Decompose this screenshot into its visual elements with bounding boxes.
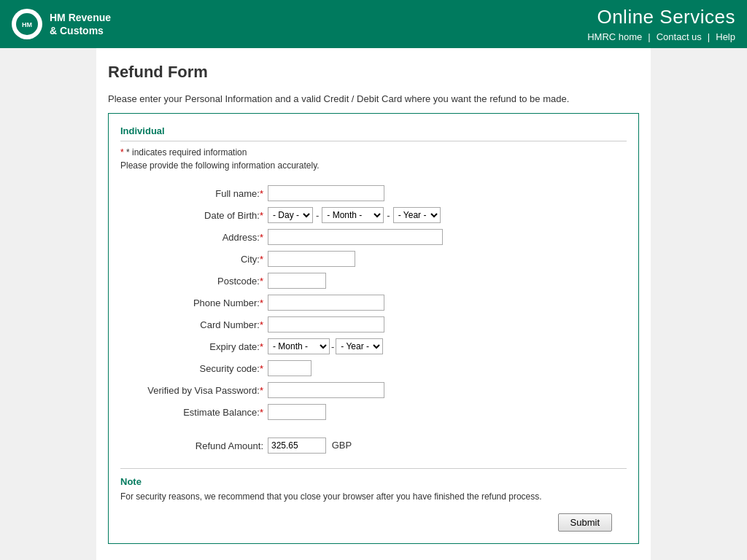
submit-button[interactable]: Submit [558,513,612,532]
submit-row: Submit [120,513,627,532]
hmrc-logo-icon: HM [12,9,42,39]
nav-home-link[interactable]: HMRC home [587,31,642,42]
postcode-required: * [260,276,263,287]
expiry-year-select[interactable]: - Year -2024202520262027202820292030 [336,338,383,354]
phone-row: Phone Number:* [120,292,627,314]
visa-input[interactable] [268,382,384,398]
phone-required: * [260,298,263,308]
nav-contact-link[interactable]: Contact us [657,31,702,42]
page-header: HM HM Revenue & Customs Online Services … [0,0,747,48]
postcode-input[interactable] [268,273,326,289]
svg-text:HM: HM [22,21,32,28]
card-input[interactable] [268,316,384,332]
required-note: * * indicates required information [120,147,627,158]
dob-day-select[interactable]: - Day -123456789101112131415161718192021… [268,207,313,223]
phone-input[interactable] [268,295,384,311]
refund-input[interactable] [268,438,326,454]
security-label: Security code:* [120,357,266,379]
address-input[interactable] [268,229,443,245]
intro-text: Please enter your Personal Information a… [108,93,639,104]
refund-currency: GBP [332,440,352,451]
form-table: Full name:* Date of Birth:* - Day -12345… [120,182,627,456]
dob-month-select[interactable]: - Month -JanuaryFebruaryMarchAprilMayJun… [322,207,384,223]
expiry-group: - Month -JanuaryFebruaryMarchAprilMayJun… [268,338,624,354]
city-row: City:* [120,248,627,270]
accurate-note: Please provide the following information… [120,160,627,171]
dob-group: - Day -123456789101112131415161718192021… [268,207,624,223]
main-content: Refund Form Please enter your Personal I… [96,48,651,560]
page-title: Refund Form [108,63,639,82]
postcode-row: Postcode:* [120,270,627,292]
note-title: Note [120,476,627,487]
city-input[interactable] [268,251,355,267]
dob-required: * [260,210,263,221]
nav-sep-1: | [648,31,650,42]
visa-row: Verified by Visa Password:* [120,379,627,401]
card-label: Card Number:* [120,314,266,335]
address-field-cell [266,226,627,248]
balance-row: Estimate Balance:* [120,401,627,423]
postcode-label: Postcode:* [120,270,266,292]
note-section: Note For security reasons, we recommend … [120,468,627,532]
site-title: Online Services [597,6,735,28]
phone-field-cell [266,292,627,314]
card-required: * [260,319,263,330]
nav-help-link[interactable]: Help [716,31,735,42]
dob-sep1: - [316,210,319,221]
balance-input[interactable] [268,404,326,420]
balance-required: * [260,407,263,418]
form-container: Individual * * indicates required inform… [108,113,639,544]
phone-label: Phone Number:* [120,292,266,314]
expiry-field-cell: - Month -JanuaryFebruaryMarchAprilMayJun… [266,335,627,357]
fullname-required: * [260,188,263,199]
city-label: City:* [120,248,266,270]
security-field-cell [266,357,627,379]
fullname-label: Full name:* [120,182,266,204]
dob-label: Date of Birth:* [120,204,266,226]
fullname-input[interactable] [268,185,384,201]
dob-year-select[interactable]: - Year -19401950196019701980199020002010 [393,207,441,223]
expiry-sep: - [331,341,334,352]
spacer-row [120,423,627,430]
logo-area: HM HM Revenue & Customs [0,0,123,48]
logo-text: HM Revenue & Customs [50,11,111,37]
balance-label: Estimate Balance:* [120,401,266,423]
expiry-required: * [260,341,263,352]
section-title: Individual [120,125,627,141]
expiry-row: Expiry date:* - Month -JanuaryFebruaryMa… [120,335,627,357]
balance-field-cell [266,401,627,423]
refund-row: Refund Amount: GBP [120,430,627,456]
fullname-row: Full name:* [120,182,627,204]
fullname-field-cell [266,182,627,204]
address-row: Address:* [120,226,627,248]
header-nav: HMRC home | Contact us | Help [587,31,735,42]
address-label: Address:* [120,226,266,248]
dob-field-cell: - Day -123456789101112131415161718192021… [266,204,627,226]
refund-field-cell: GBP [266,430,627,456]
expiry-month-select[interactable]: - Month -JanuaryFebruaryMarchAprilMayJun… [268,338,330,354]
city-field-cell [266,248,627,270]
header-right: Online Services HMRC home | Contact us |… [576,0,747,48]
refund-label: Refund Amount: [120,430,266,456]
address-required: * [260,232,263,243]
card-row: Card Number:* [120,314,627,335]
nav-sep-2: | [708,31,710,42]
card-field-cell [266,314,627,335]
required-star: * [120,147,124,158]
visa-required: * [260,385,263,396]
dob-sep2: - [387,210,390,221]
visa-label: Verified by Visa Password:* [120,379,266,401]
city-required: * [260,254,263,265]
note-text: For security reasons, we recommend that … [120,491,627,502]
expiry-label: Expiry date:* [120,335,266,357]
visa-field-cell [266,379,627,401]
dob-row: Date of Birth:* - Day -12345678910111213… [120,204,627,226]
security-row: Security code:* [120,357,627,379]
postcode-field-cell [266,270,627,292]
security-required: * [260,363,263,374]
security-input[interactable] [268,360,311,376]
